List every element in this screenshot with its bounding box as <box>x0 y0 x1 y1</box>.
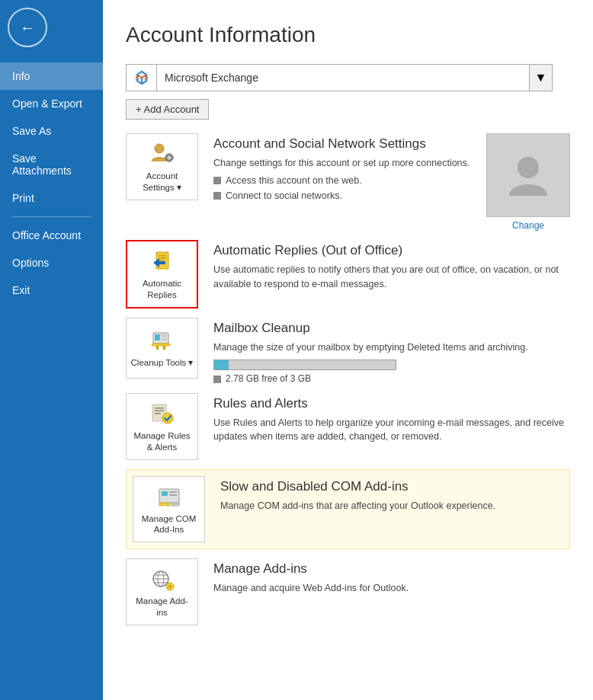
svg-rect-5 <box>168 160 170 162</box>
manage-addins-content: Manage Add-ins Manage and acquire Web Ad… <box>213 558 570 596</box>
mailbox-size-label: 2.78 GB free of 3 GB <box>226 373 311 384</box>
sidebar-divider <box>12 216 91 217</box>
svg-rect-6 <box>165 157 167 158</box>
exchange-selector[interactable]: Microsoft Exchange ▼ <box>126 64 553 91</box>
account-settings-content: Account and Social Network Settings Chan… <box>213 133 471 206</box>
svg-rect-23 <box>155 413 161 414</box>
account-settings-title: Account and Social Network Settings <box>213 136 471 152</box>
svg-rect-10 <box>159 255 166 257</box>
sidebar-item-print[interactable]: Print <box>0 184 103 212</box>
svg-rect-29 <box>159 503 164 506</box>
sidebar-item-save-attachments[interactable]: Save Attachments <box>0 145 103 184</box>
bullet-icon <box>213 192 221 200</box>
chevron-down-icon: ▼ <box>535 71 547 85</box>
svg-rect-19 <box>163 346 165 350</box>
manage-addins-desc: Manage and acquire Web Add-ins for Outlo… <box>213 581 570 596</box>
svg-rect-17 <box>152 344 170 346</box>
automatic-replies-title: Automatic Replies (Out of Office) <box>213 243 570 258</box>
svg-rect-7 <box>171 157 174 158</box>
sidebar: ← Info Open & Export Save As Save Attach… <box>0 0 103 700</box>
svg-point-38 <box>168 585 171 588</box>
mailbox-progress-fill <box>214 360 229 369</box>
sidebar-item-info[interactable]: Info <box>0 62 103 90</box>
bullet-social: Connect to social networks. <box>213 190 471 201</box>
svg-rect-18 <box>156 346 159 350</box>
exchange-label: Microsoft Exchange <box>157 72 529 84</box>
svg-rect-11 <box>159 257 166 259</box>
svg-rect-28 <box>169 494 177 496</box>
svg-rect-21 <box>155 408 164 409</box>
cleanup-tools-row: Cleanup Tools ▾ Mailbox Cleanup Manage t… <box>126 318 570 384</box>
manage-addins-button[interactable]: Manage Add- ins <box>126 558 198 625</box>
avatar <box>486 133 570 217</box>
sidebar-item-open-export[interactable]: Open & Export <box>0 90 103 117</box>
automatic-replies-row: Automatic Replies Automatic Replies (Out… <box>126 240 570 308</box>
com-addins-icon-label: Manage COM Add-Ins <box>136 513 201 536</box>
sidebar-item-options[interactable]: Options <box>0 249 103 276</box>
cleanup-tools-button[interactable]: Cleanup Tools ▾ <box>126 318 198 379</box>
manage-addins-row: Manage Add- ins Manage Add-ins Manage an… <box>126 558 570 625</box>
com-addins-content: Slow and Disabled COM Add-ins Manage COM… <box>220 476 563 513</box>
main-content: Account Information Microsoft Exchange ▼… <box>103 0 593 700</box>
mailbox-size-text: 2.78 GB free of 3 GB <box>213 373 570 384</box>
svg-rect-22 <box>155 410 164 411</box>
svg-point-8 <box>518 157 539 178</box>
back-button[interactable]: ← <box>8 8 47 47</box>
account-settings-row: Account Settings ▾ Account and Social Ne… <box>126 133 570 231</box>
sidebar-nav: Info Open & Export Save As Save Attachme… <box>0 62 103 304</box>
manage-rules-icon-label: Manage Rules & Alerts <box>130 430 194 453</box>
rules-alerts-title: Rules and Alerts <box>213 396 570 411</box>
svg-rect-14 <box>155 334 160 340</box>
svg-rect-15 <box>162 334 167 337</box>
exchange-dropdown-button[interactable]: ▼ <box>529 65 552 91</box>
svg-rect-16 <box>162 338 167 340</box>
rules-alerts-content: Rules and Alerts Use Rules and Alerts to… <box>213 393 570 445</box>
svg-rect-4 <box>168 153 170 155</box>
svg-rect-26 <box>162 491 168 496</box>
sidebar-item-office-account[interactable]: Office Account <box>0 222 103 249</box>
svg-rect-31 <box>171 503 179 506</box>
storage-icon <box>213 376 221 383</box>
com-addins-title: Slow and Disabled COM Add-ins <box>220 479 563 494</box>
manage-addins-icon-label: Manage Add- ins <box>130 596 194 618</box>
automatic-replies-button[interactable]: Automatic Replies <box>126 240 198 308</box>
cleanup-tools-content: Mailbox Cleanup Manage the size of your … <box>213 318 570 384</box>
mailbox-cleanup-desc: Manage the size of your mailbox by empty… <box>213 340 570 355</box>
cleanup-tools-icon-label: Cleanup Tools ▾ <box>131 357 194 369</box>
bullet-web-access: Access this account on the web. <box>213 175 471 186</box>
svg-point-3 <box>167 156 171 160</box>
sidebar-item-exit[interactable]: Exit <box>0 276 103 304</box>
rules-alerts-row: Manage Rules & Alerts Rules and Alerts U… <box>126 393 570 460</box>
change-avatar-link[interactable]: Change <box>512 220 544 231</box>
exchange-icon <box>127 65 157 91</box>
manage-com-addins-button[interactable]: Manage COM Add-Ins <box>133 476 205 543</box>
svg-rect-30 <box>165 503 170 506</box>
automatic-replies-desc: Use automatic replies to notify others t… <box>213 263 570 292</box>
page-title: Account Information <box>126 23 570 47</box>
avatar-area: Change <box>486 133 570 231</box>
account-settings-desc: Change settings for this account or set … <box>213 156 471 171</box>
add-account-button[interactable]: + Add Account <box>126 99 209 120</box>
automatic-replies-content: Automatic Replies (Out of Office) Use au… <box>213 240 570 292</box>
sidebar-item-save-as[interactable]: Save As <box>0 117 103 145</box>
account-settings-button[interactable]: Account Settings ▾ <box>126 133 198 200</box>
mailbox-progress-bar <box>213 360 396 370</box>
mailbox-cleanup-title: Mailbox Cleanup <box>213 321 570 336</box>
account-settings-bullets: Access this account on the web. Connect … <box>213 175 471 201</box>
com-addins-desc: Manage COM add-ins that are affecting yo… <box>220 499 563 513</box>
automatic-replies-icon-label: Automatic Replies <box>130 278 194 301</box>
svg-rect-12 <box>159 260 164 261</box>
manage-rules-button[interactable]: Manage Rules & Alerts <box>126 393 198 460</box>
rules-alerts-desc: Use Rules and Alerts to help organize yo… <box>213 416 570 445</box>
svg-rect-27 <box>169 491 177 493</box>
bullet-icon <box>213 177 221 184</box>
account-settings-icon-label: Account Settings ▾ <box>130 171 194 193</box>
back-arrow-icon: ← <box>20 19 35 37</box>
com-addins-row: Manage COM Add-Ins Slow and Disabled COM… <box>126 469 570 550</box>
svg-point-1 <box>155 144 164 153</box>
manage-addins-title: Manage Add-ins <box>213 561 570 577</box>
